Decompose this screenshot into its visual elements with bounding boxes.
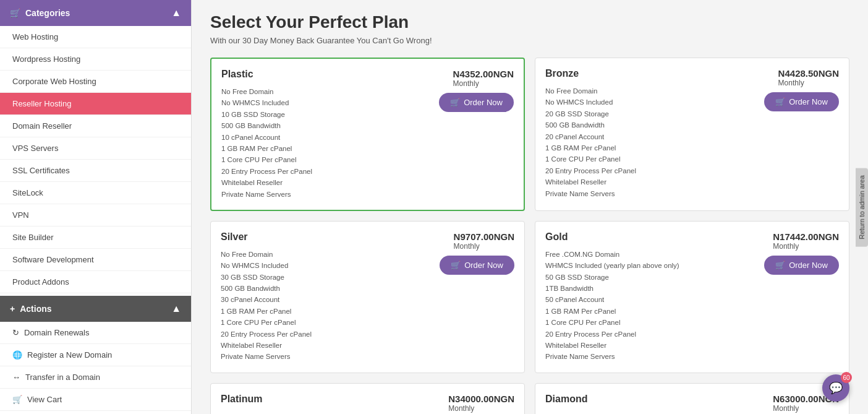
renewal-icon: ↻ (12, 328, 19, 337)
plan-features: Free .COM Domain (yearly plan above only… (545, 411, 684, 414)
chat-bubble[interactable]: 💬 60 (822, 374, 849, 402)
plan-price: N4428.50NGN Monthly (778, 68, 839, 87)
plans-grid: Plastic No Free Domain No WHMCS Included… (210, 58, 849, 414)
plan-left: Platinum Free .COM Domain (yearly plan a… (221, 394, 360, 414)
plan-left: Bronze No Free Domain No WHMCS Included … (545, 68, 636, 199)
action-label: Transfer in a Domain (25, 373, 100, 382)
action-label: Register a New Domain (27, 350, 112, 360)
action-label: View Cart (27, 395, 62, 404)
action-register-domain[interactable]: 🌐 Register a New Domain (0, 344, 191, 366)
sidebar-actions: ↻ Domain Renewals 🌐 Register a New Domai… (0, 322, 191, 411)
plan-right: N4428.50NGN Monthly 🛒 Order Now (759, 68, 839, 111)
chevron-up-icon: ▲ (171, 7, 181, 19)
chat-badge: 60 (841, 372, 852, 383)
plan-name: Plastic (221, 69, 312, 80)
sidebar-nav: Web Hosting Wordpress Hosting Corporate … (0, 26, 191, 293)
sidebar-item-site-builder[interactable]: Site Builder (0, 226, 191, 249)
page-title: Select Your Perfect Plan (210, 12, 849, 32)
plan-right: N17442.00NGN Monthly 🛒 Order Now (759, 231, 839, 275)
sidebar-item-ssl-certificates[interactable]: SSL Certificates (0, 160, 191, 182)
cart-icon-btn: 🛒 (451, 261, 461, 270)
plan-name: Diamond (545, 394, 684, 405)
action-view-cart[interactable]: 🛒 View Cart (0, 389, 191, 411)
plan-features: Free .COM Domain (yearly plan above only… (221, 411, 360, 414)
transfer-icon: ↔ (12, 373, 20, 382)
plan-price: N17442.00NGN Monthly (773, 231, 839, 251)
plan-left: Diamond Free .COM Domain (yearly plan ab… (545, 394, 684, 414)
plan-left: Silver No Free Domain No WHMCS Included … (221, 231, 312, 363)
plan-right: N9707.00NGN Monthly 🛒 Order Now (434, 231, 514, 275)
sidebar-item-reseller-hosting[interactable]: Reseller Hosting (0, 93, 191, 115)
sidebar-item-web-hosting[interactable]: Web Hosting (0, 26, 191, 48)
plan-card-silver: Silver No Free Domain No WHMCS Included … (210, 221, 525, 373)
categories-header[interactable]: 🛒 Categories ▲ (0, 0, 191, 26)
plan-card-bronze: Bronze No Free Domain No WHMCS Included … (535, 58, 849, 211)
plan-name: Platinum (221, 394, 360, 405)
order-now-button-silver[interactable]: 🛒 Order Now (440, 256, 514, 275)
page-subtitle: With our 30 Day Money Back Guarantee You… (210, 36, 849, 45)
plan-name: Bronze (545, 68, 636, 79)
plan-features: No Free Domain No WHMCS Included 10 GB S… (221, 86, 312, 200)
plan-card-plastic: Plastic No Free Domain No WHMCS Included… (210, 58, 525, 211)
cart-icon-action: 🛒 (12, 395, 22, 404)
plus-icon: + (10, 304, 15, 314)
order-now-button-plastic[interactable]: 🛒 Order Now (439, 93, 514, 112)
plan-price: N4352.00NGN Monthly (453, 69, 514, 88)
plan-right: N34000.00NGN Monthly 🛒 Order Now (434, 394, 514, 414)
plan-card-gold: Gold Free .COM.NG Domain WHMCS Included … (535, 221, 849, 373)
categories-label: Categories (25, 8, 70, 18)
plan-left: Plastic No Free Domain No WHMCS Included… (221, 69, 312, 200)
return-label: Return to admin area (858, 175, 866, 239)
globe-icon: 🌐 (12, 350, 22, 360)
main-content: Select Your Perfect Plan With our 30 Day… (192, 0, 868, 414)
actions-header[interactable]: + Actions ▲ (0, 296, 191, 322)
sidebar-item-product-addons[interactable]: Product Addons (0, 271, 191, 293)
plan-name: Gold (545, 231, 679, 243)
order-now-button-bronze[interactable]: 🛒 Order Now (764, 92, 839, 111)
action-label: Domain Renewals (24, 328, 90, 337)
action-transfer-domain[interactable]: ↔ Transfer in a Domain (0, 366, 191, 389)
sidebar-item-domain-reseller[interactable]: Domain Reseller (0, 115, 191, 137)
return-to-admin[interactable]: Return to admin area (856, 168, 868, 246)
plan-right: N4352.00NGN Monthly 🛒 Order Now (433, 69, 514, 112)
sidebar-item-software-development[interactable]: Software Development (0, 249, 191, 271)
sidebar-item-vps-servers[interactable]: VPS Servers (0, 137, 191, 160)
actions-label: Actions (20, 304, 51, 314)
cart-icon-btn: 🛒 (775, 261, 785, 270)
sidebar: 🛒 Categories ▲ Web Hosting Wordpress Hos… (0, 0, 192, 414)
plan-name: Silver (221, 231, 312, 243)
plan-left: Gold Free .COM.NG Domain WHMCS Included … (545, 231, 679, 363)
chat-icon: 💬 (829, 381, 843, 395)
action-domain-renewals[interactable]: ↻ Domain Renewals (0, 322, 191, 344)
order-now-button-gold[interactable]: 🛒 Order Now (764, 256, 839, 275)
cart-icon-btn: 🛒 (450, 98, 460, 107)
plan-price: N34000.00NGN Monthly (448, 394, 514, 413)
sidebar-item-corporate-web-hosting[interactable]: Corporate Web Hosting (0, 71, 191, 93)
plan-features: No Free Domain No WHMCS Included 30 GB S… (221, 249, 312, 363)
plan-card-diamond: Diamond Free .COM Domain (yearly plan ab… (535, 383, 849, 414)
chevron-up-icon-actions: ▲ (171, 303, 181, 314)
plan-features: No Free Domain No WHMCS Included 20 GB S… (545, 85, 636, 199)
plan-card-platinum: Platinum Free .COM Domain (yearly plan a… (210, 383, 525, 414)
plan-price: N9707.00NGN Monthly (454, 231, 514, 251)
cart-icon-btn: 🛒 (775, 97, 785, 106)
sidebar-item-vpn[interactable]: VPN (0, 204, 191, 226)
cart-icon: 🛒 (10, 8, 20, 18)
plan-features: Free .COM.NG Domain WHMCS Included (year… (545, 249, 679, 363)
sidebar-item-sitelock[interactable]: SiteLock (0, 182, 191, 204)
sidebar-item-wordpress-hosting[interactable]: Wordpress Hosting (0, 48, 191, 71)
